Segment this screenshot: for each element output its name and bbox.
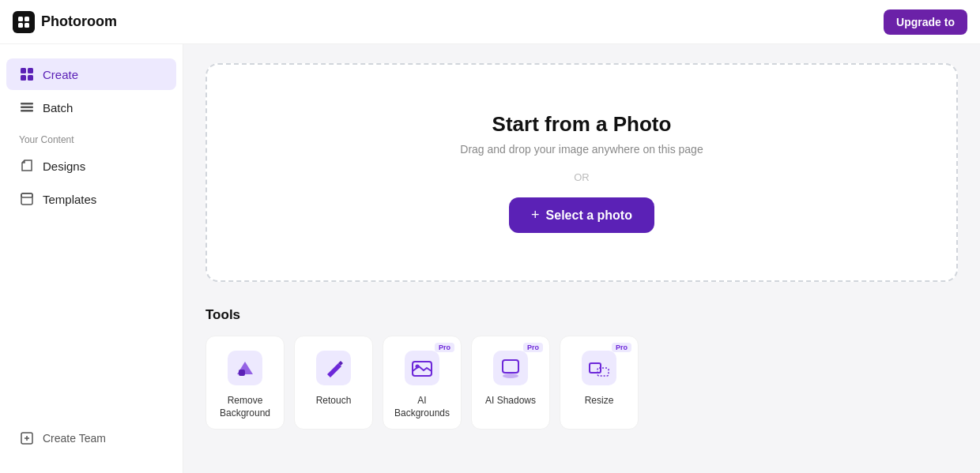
tools-title: Tools xyxy=(205,307,958,323)
svg-rect-10 xyxy=(21,110,33,112)
sidebar: Create Batch Your Content xyxy=(0,44,183,473)
svg-point-24 xyxy=(503,374,518,378)
batch-icon xyxy=(19,99,35,115)
svg-rect-7 xyxy=(28,75,33,81)
sidebar-item-create[interactable]: Create xyxy=(6,58,176,90)
app-layout: Create Batch Your Content xyxy=(0,44,980,473)
sidebar-item-designs-label: Designs xyxy=(43,160,85,173)
sidebar-item-create-label: Create xyxy=(43,68,78,81)
svg-rect-4 xyxy=(21,68,26,73)
svg-rect-5 xyxy=(28,68,33,73)
tool-resize[interactable]: Pro Resize xyxy=(560,336,639,430)
sidebar-bottom: Create Team xyxy=(0,422,183,460)
svg-rect-3 xyxy=(24,23,29,28)
create-team-label: Create Team xyxy=(43,432,106,445)
retouch-icon-wrap xyxy=(311,346,356,390)
svg-rect-6 xyxy=(21,75,26,81)
ai-backgrounds-pro-badge: Pro xyxy=(435,343,454,352)
sidebar-item-templates[interactable]: Templates xyxy=(6,183,176,215)
dropzone-subtitle: Drag and drop your image anywhere on thi… xyxy=(460,143,703,156)
svg-rect-8 xyxy=(21,103,33,105)
designs-icon xyxy=(19,158,35,174)
ai-shadows-label: AI Shadows xyxy=(485,395,536,407)
ai-backgrounds-label: AI Backgrounds xyxy=(390,395,454,419)
resize-pro-badge: Pro xyxy=(612,343,631,352)
svg-rect-11 xyxy=(21,193,32,205)
svg-point-21 xyxy=(416,365,420,369)
resize-label: Resize xyxy=(585,395,614,407)
select-photo-label: Select a photo xyxy=(546,208,632,223)
ai-shadows-pro-badge: Pro xyxy=(523,343,543,352)
retouch-label: Retouch xyxy=(316,395,352,407)
dropzone[interactable]: Start from a Photo Drag and drop your im… xyxy=(205,63,958,282)
svg-rect-9 xyxy=(21,107,33,109)
svg-rect-17 xyxy=(239,370,245,376)
header: Photoroom Upgrade to xyxy=(0,0,980,44)
tools-section: Tools RemoveBackground xyxy=(205,307,958,430)
svg-rect-2 xyxy=(18,23,23,28)
svg-rect-1 xyxy=(24,17,29,21)
tool-remove-background[interactable]: RemoveBackground xyxy=(205,336,285,430)
tools-grid: RemoveBackground Retouch Pro xyxy=(205,336,958,430)
sidebar-item-batch[interactable]: Batch xyxy=(6,92,176,123)
sidebar-item-batch-label: Batch xyxy=(43,101,73,114)
templates-icon xyxy=(19,191,35,207)
sidebar-item-templates-label: Templates xyxy=(43,193,96,206)
plus-icon: + xyxy=(531,207,540,223)
create-team-icon xyxy=(19,430,35,446)
sidebar-top: Create Batch Your Content xyxy=(0,57,183,216)
remove-background-label: RemoveBackground xyxy=(220,395,270,419)
tool-retouch[interactable]: Retouch xyxy=(294,336,373,430)
svg-rect-0 xyxy=(18,17,23,21)
tool-ai-shadows[interactable]: Pro AI Shadows xyxy=(471,336,550,430)
sidebar-section-label: Your Content xyxy=(0,125,183,148)
logo: Photoroom xyxy=(13,11,117,33)
sidebar-item-designs[interactable]: Designs xyxy=(6,150,176,182)
tool-ai-backgrounds[interactable]: Pro AI Backgrounds xyxy=(383,336,462,430)
create-icon xyxy=(19,66,35,82)
upgrade-button[interactable]: Upgrade to xyxy=(884,9,967,35)
dropzone-title: Start from a Photo xyxy=(492,112,672,137)
resize-icon-wrap xyxy=(577,346,621,390)
svg-rect-22 xyxy=(493,351,528,385)
svg-rect-19 xyxy=(405,351,439,385)
svg-rect-12 xyxy=(21,193,32,197)
ai-backgrounds-icon-wrap xyxy=(400,346,444,390)
select-photo-button[interactable]: + Select a photo xyxy=(509,197,654,233)
ai-shadows-icon-wrap xyxy=(488,346,533,390)
dropzone-or: OR xyxy=(574,171,590,183)
sidebar-item-create-team[interactable]: Create Team xyxy=(6,422,176,454)
logo-icon xyxy=(13,11,35,33)
remove-background-icon-wrap xyxy=(223,346,267,390)
logo-text: Photoroom xyxy=(41,13,117,30)
main-content: Start from a Photo Drag and drop your im… xyxy=(183,44,980,473)
